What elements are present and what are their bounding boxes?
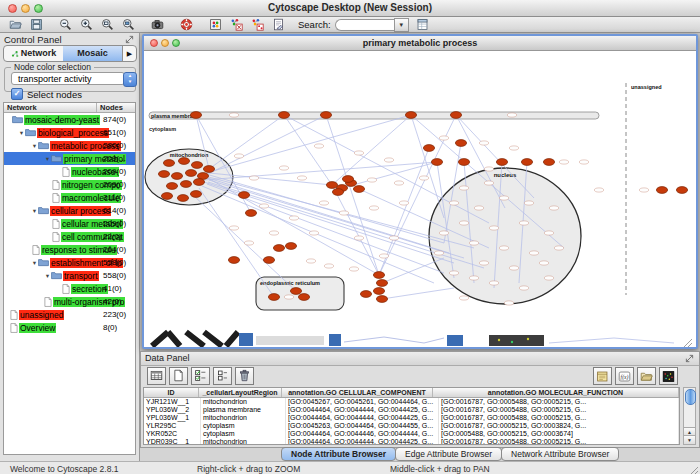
network-node[interactable]: [268, 294, 279, 301]
tree-row[interactable]: ▼establishment of lo558(0): [4, 256, 135, 269]
tree-row[interactable]: Overview8(0): [4, 321, 135, 334]
node-label[interactable]: [469, 276, 478, 280]
network-node[interactable]: [190, 191, 201, 198]
paste-visual-style-icon[interactable]: [248, 18, 266, 32]
close-icon[interactable]: [150, 39, 158, 47]
network-node[interactable]: [450, 112, 461, 119]
node-label[interactable]: [544, 276, 553, 280]
search-dropdown-icon[interactable]: ▾: [394, 18, 409, 32]
maximize-icon[interactable]: [172, 39, 180, 47]
network-node[interactable]: [178, 158, 189, 165]
node-label[interactable]: [439, 136, 448, 140]
network-node[interactable]: [423, 145, 434, 152]
save-session-icon[interactable]: [27, 18, 45, 32]
column-header[interactable]: ID: [144, 388, 199, 397]
tab-node-attribute-browser[interactable]: Node Attribute Browser: [281, 447, 396, 461]
minimize-icon[interactable]: [161, 39, 169, 47]
node-label[interactable]: [309, 231, 318, 235]
tree-row[interactable]: cell communicat22(0): [4, 230, 135, 243]
expand-arrow-icon[interactable]: ▼: [44, 273, 51, 279]
node-label[interactable]: [394, 181, 403, 185]
tree-row[interactable]: ▼primary metabol209(...: [4, 152, 135, 165]
node-label[interactable]: [339, 211, 348, 215]
node-label[interactable]: [314, 144, 323, 148]
window-resize-grip[interactable]: [688, 462, 699, 473]
tree-row[interactable]: ▼transport558(0): [4, 269, 135, 282]
node-label[interactable]: [474, 206, 483, 210]
new-attribute-icon[interactable]: [169, 367, 188, 385]
select-nodes-checkbox[interactable]: ✓: [11, 88, 23, 100]
node-label[interactable]: [306, 259, 315, 263]
formula-icon[interactable]: f(x): [615, 367, 634, 385]
node-label[interactable]: [549, 206, 558, 210]
minimize-icon[interactable]: [21, 4, 30, 13]
network-node[interactable]: [676, 187, 687, 194]
node-color-dropdown[interactable]: transporter activity ▲▼: [11, 72, 125, 85]
network-node[interactable]: [405, 112, 416, 119]
network-node[interactable]: [360, 291, 371, 298]
tree-row[interactable]: multi-organism pro42(0): [4, 295, 135, 308]
network-node[interactable]: [191, 162, 202, 169]
table-row[interactable]: YLR295Ccytoplasm[GO:0045263, GO:0044464,…: [144, 422, 679, 430]
table-scrollbar[interactable]: ▲ ▼: [683, 387, 696, 445]
node-label[interactable]: [524, 201, 533, 205]
network-node[interactable]: [290, 288, 301, 295]
node-label[interactable]: [459, 296, 468, 300]
tree-row[interactable]: response to stimulu264(0): [4, 243, 135, 256]
network-node[interactable]: [285, 243, 296, 250]
matrix-icon[interactable]: [659, 367, 678, 385]
node-label[interactable]: [399, 201, 408, 205]
node-label[interactable]: [579, 160, 588, 164]
tree-row[interactable]: secretion41(0): [4, 282, 135, 295]
zoom-fit-icon[interactable]: [98, 18, 116, 32]
node-label[interactable]: [594, 188, 603, 192]
network-node[interactable]: [521, 159, 532, 166]
tree-row[interactable]: ▼metabolic process280(0): [4, 139, 135, 152]
node-label[interactable]: [479, 141, 488, 145]
network-node[interactable]: [278, 112, 289, 119]
node-label[interactable]: [449, 271, 458, 275]
unselect-all-attributes-icon[interactable]: [213, 367, 232, 385]
network-node[interactable]: [193, 179, 204, 186]
tree-row[interactable]: cellular metabol209(0): [4, 217, 135, 230]
tree-row[interactable]: ▼biological_process651(0): [4, 126, 135, 139]
node-label[interactable]: [319, 201, 328, 205]
label-icon[interactable]: [593, 367, 612, 385]
close-icon[interactable]: [8, 4, 17, 13]
node-label[interactable]: [269, 231, 278, 235]
network-canvas[interactable]: plasma membranecytoplasmnucleusmitochond…: [144, 51, 696, 347]
network-node[interactable]: [332, 189, 343, 196]
network-node[interactable]: [326, 182, 337, 189]
open-session-icon[interactable]: [6, 18, 24, 32]
network-node[interactable]: [273, 245, 284, 252]
table-row[interactable]: YPL036W__1mitochondrion[GO:0044464, GO:0…: [144, 414, 679, 422]
node-label[interactable]: [434, 251, 443, 255]
expand-arrow-icon[interactable]: ▼: [31, 260, 38, 266]
network-node[interactable]: [238, 192, 249, 199]
network-node[interactable]: [180, 181, 191, 188]
table-row[interactable]: YPL036W__2plasma membrane[GO:0044464, GO…: [144, 406, 679, 414]
scrollbar-thumb[interactable]: [685, 389, 696, 405]
node-label[interactable]: [367, 178, 376, 182]
node-label[interactable]: [484, 181, 493, 185]
node-label[interactable]: [544, 231, 553, 235]
node-label[interactable]: [459, 221, 468, 225]
tree-column-nodes[interactable]: Nodes: [97, 103, 135, 112]
snapshot-icon[interactable]: [148, 18, 166, 32]
float-panel-icon[interactable]: [125, 35, 134, 44]
node-label[interactable]: [507, 113, 516, 117]
node-label[interactable]: [489, 226, 498, 230]
network-node[interactable]: [373, 288, 384, 295]
node-label[interactable]: [509, 146, 518, 150]
network-node[interactable]: [203, 166, 214, 173]
expand-arrow-icon[interactable]: ▼: [18, 130, 25, 136]
network-node[interactable]: [245, 210, 256, 217]
network-node[interactable]: [161, 193, 172, 200]
node-label[interactable]: [499, 246, 508, 250]
network-node[interactable]: [171, 173, 182, 180]
network-node[interactable]: [376, 280, 387, 287]
network-node[interactable]: [320, 112, 331, 119]
node-label[interactable]: [559, 160, 568, 164]
expand-arrow-icon[interactable]: ▼: [31, 208, 38, 214]
network-node[interactable]: [376, 296, 387, 303]
